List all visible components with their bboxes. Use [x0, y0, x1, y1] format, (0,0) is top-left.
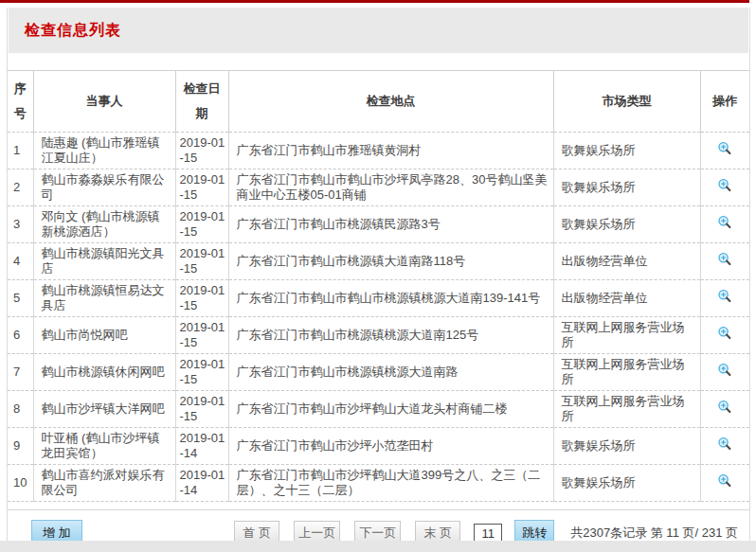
location-cell: 广东省江门市鹤山市桃源镇民源路3号 [228, 206, 553, 243]
action-cell [700, 428, 749, 465]
row-serial-cell: 9 [8, 428, 33, 465]
table-row: 9 叶亚桶 (鹤山市沙坪镇龙田宾馆） 2019-01-14 广东省江门市鹤山市沙… [8, 428, 749, 465]
table-row: 7 鹤山市桃源镇休闲网吧 2019-01-15 广东省江门市鹤山市桃源镇桃源大道… [8, 354, 749, 391]
party-cell: 邓向文 (鹤山市桃源镇新桃源酒店） [33, 206, 175, 243]
page-title-bar: 检查信息列表 [9, 8, 748, 53]
record-summary: 共2307条记录 第 11 页/ 231 页 [570, 525, 738, 542]
action-cell [700, 354, 749, 391]
party-cell: 鹤山市桃源镇休闲网吧 [33, 354, 175, 391]
location-cell: 广东省江门市鹤山市沙坪鹤山大道399号之八、之三（二层）、之十三（二层） [228, 465, 553, 502]
action-cell [700, 391, 749, 428]
party-cell: 叶亚桶 (鹤山市沙坪镇龙田宾馆） [33, 428, 175, 465]
table-row: 3 邓向文 (鹤山市桃源镇新桃源酒店） 2019-01-15 广东省江门市鹤山市… [8, 206, 749, 243]
magnifier-view-icon[interactable] [717, 178, 732, 193]
market-type-cell: 歌舞娱乐场所 [553, 428, 700, 465]
table-row: 6 鹤山市尚悦网吧 2019-01-15 广东省江门市鹤山市桃源镇桃源大道南12… [8, 317, 749, 354]
date-cell: 2019-01-15 [175, 133, 228, 169]
market-type-cell: 歌舞娱乐场所 [553, 465, 700, 502]
row-serial-cell: 8 [8, 391, 33, 428]
table-row: 1 陆惠趣 (鹤山市雅瑶镇江夏山庄） 2019-01-15 广东省江门市鹤山市雅… [8, 133, 749, 169]
location-cell: 广东省江门市鹤山市桃源镇大道南路118号 [228, 243, 553, 280]
market-type-cell: 互联网上网服务营业场所 [553, 391, 700, 428]
action-cell [700, 317, 749, 354]
row-serial-cell: 2 [8, 169, 33, 206]
row-serial-cell: 3 [8, 206, 33, 243]
action-cell [700, 169, 749, 206]
market-type-cell: 互联网上网服务营业场所 [553, 317, 700, 354]
party-cell: 鹤山市桃源镇阳光文具店 [33, 243, 175, 280]
table-row: 2 鹤山市淼淼娱乐有限公司 2019-01-15 广东省江门市鹤山市鹤山市沙坪凤… [8, 169, 749, 206]
magnifier-view-icon[interactable] [717, 141, 732, 156]
party-cell: 鹤山市桃源镇恒易达文具店 [33, 280, 175, 317]
row-serial-cell: 6 [8, 317, 33, 354]
table-row: 10 鹤山市喜约派对娱乐有限公司 2019-01-14 广东省江门市鹤山市沙坪鹤… [8, 465, 749, 502]
row-serial-cell: 5 [8, 280, 33, 317]
table-row: 8 鹤山市沙坪镇大洋网吧 2019-01-15 广东省江门市鹤山市沙坪鹤山大道龙… [8, 391, 749, 428]
col-header-location: 检查地点 [228, 71, 553, 133]
party-cell: 鹤山市尚悦网吧 [33, 317, 175, 354]
page-title: 检查信息列表 [25, 22, 121, 38]
action-cell [700, 243, 749, 280]
magnifier-view-icon[interactable] [717, 326, 732, 341]
date-cell: 2019-01-15 [175, 317, 228, 354]
date-cell: 2019-01-15 [175, 206, 228, 243]
table-row: 5 鹤山市桃源镇恒易达文具店 2019-01-15 广东省江门市鹤山市鹤山市桃源… [8, 280, 749, 317]
date-cell: 2019-01-15 [175, 243, 228, 280]
magnifier-view-icon[interactable] [717, 215, 732, 230]
party-cell: 鹤山市沙坪镇大洋网吧 [33, 391, 175, 428]
row-serial-cell: 4 [8, 243, 33, 280]
location-cell: 广东省江门市鹤山市桃源镇桃源大道南125号 [228, 317, 553, 354]
action-cell [700, 465, 749, 502]
party-cell: 鹤山市喜约派对娱乐有限公司 [33, 465, 175, 502]
location-cell: 广东省江门市鹤山市沙坪鹤山大道龙头村商铺二楼 [228, 391, 553, 428]
action-cell [700, 206, 749, 243]
location-cell: 广东省江门市鹤山市桃源镇桃源大道南路 [228, 354, 553, 391]
row-serial-cell: 1 [8, 133, 33, 169]
magnifier-view-icon[interactable] [717, 252, 732, 267]
table-row: 4 鹤山市桃源镇阳光文具店 2019-01-15 广东省江门市鹤山市桃源镇大道南… [8, 243, 749, 280]
table-header-row: 序号 当事人 检查日期 检查地点 市场类型 操作 [8, 71, 749, 133]
action-cell [700, 133, 749, 169]
row-serial-cell: 10 [8, 465, 33, 502]
col-header-date: 检查日期 [175, 71, 228, 133]
col-header-market-type: 市场类型 [553, 71, 700, 133]
magnifier-view-icon[interactable] [717, 289, 732, 304]
date-cell: 2019-01-14 [175, 465, 228, 502]
market-type-cell: 歌舞娱乐场所 [553, 169, 700, 206]
footer-strip [0, 541, 756, 552]
magnifier-view-icon[interactable] [717, 363, 732, 378]
content-container: 检查信息列表 序号 当事人 检查日期 检查地点 市场类型 操作 1 陆惠趣 (鹤… [7, 8, 750, 552]
location-cell: 广东省江门市鹤山市沙坪小范垄田村 [228, 428, 553, 465]
page-top-accent [0, 0, 749, 3]
market-type-cell: 歌舞娱乐场所 [553, 133, 700, 169]
party-cell: 鹤山市淼淼娱乐有限公司 [33, 169, 175, 206]
location-cell: 广东省江门市鹤山市鹤山市沙坪凤亭路28、30号鹤山坚美商业中心五楼05-01商铺 [228, 169, 553, 206]
col-header-action: 操作 [700, 71, 749, 133]
col-header-serial: 序号 [8, 71, 33, 133]
magnifier-view-icon[interactable] [717, 436, 732, 452]
inspection-table: 序号 当事人 检查日期 检查地点 市场类型 操作 1 陆惠趣 (鹤山市雅瑶镇江夏… [8, 70, 749, 502]
col-header-party: 当事人 [33, 71, 175, 133]
date-cell: 2019-01-14 [175, 428, 228, 465]
date-cell: 2019-01-15 [175, 391, 228, 428]
date-cell: 2019-01-15 [175, 169, 228, 206]
magnifier-view-icon[interactable] [717, 473, 732, 489]
row-serial-cell: 7 [8, 354, 33, 391]
market-type-cell: 出版物经营单位 [553, 243, 700, 280]
date-cell: 2019-01-15 [175, 354, 228, 391]
market-type-cell: 歌舞娱乐场所 [553, 206, 700, 243]
party-cell: 陆惠趣 (鹤山市雅瑶镇江夏山庄） [33, 133, 175, 169]
action-cell [700, 280, 749, 317]
market-type-cell: 出版物经营单位 [553, 280, 700, 317]
market-type-cell: 互联网上网服务营业场所 [553, 354, 700, 391]
location-cell: 广东省江门市鹤山市鹤山市桃源镇桃源大道南139-141号 [228, 280, 553, 317]
date-cell: 2019-01-15 [175, 280, 228, 317]
magnifier-view-icon[interactable] [717, 400, 732, 415]
location-cell: 广东省江门市鹤山市雅瑶镇黄洞村 [228, 133, 553, 169]
table-body: 1 陆惠趣 (鹤山市雅瑶镇江夏山庄） 2019-01-15 广东省江门市鹤山市雅… [8, 133, 749, 502]
